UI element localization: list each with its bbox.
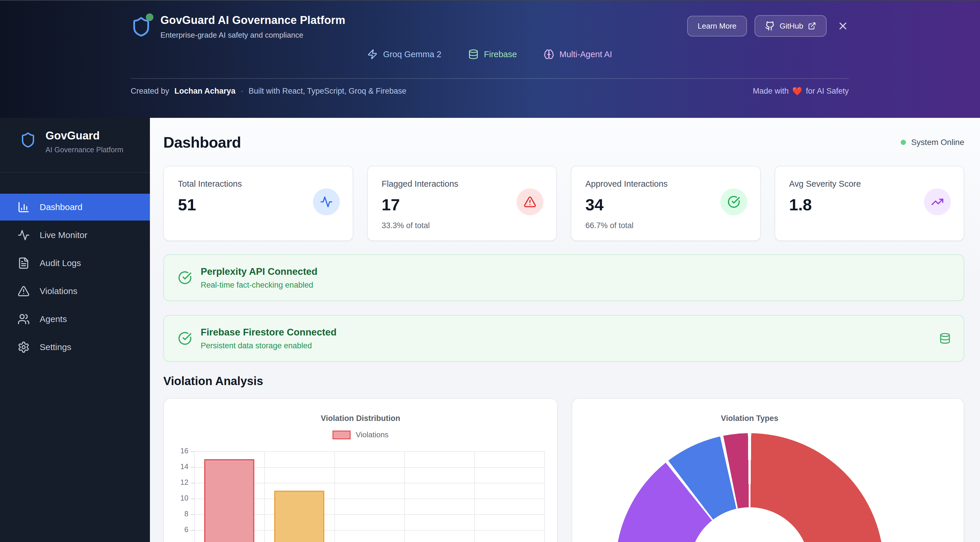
database-icon	[468, 49, 479, 59]
govguard-app: GovGuard AI Governance Platform Enterpri…	[0, 0, 980, 542]
file-text-icon	[18, 257, 30, 269]
tech-badge-multi-agent-ai: Multi-Agent AI	[544, 49, 612, 59]
bar-chart-plot: 1614121086	[194, 451, 544, 542]
stat-label: Total Interactions	[178, 179, 339, 189]
donut-chart-title: Violation Types	[572, 414, 927, 423]
badge-label: Firebase	[484, 49, 517, 59]
credit-separator: ·	[240, 87, 243, 96]
zap-icon	[367, 49, 378, 59]
brain-icon	[544, 49, 554, 59]
made-with-suffix: for AI Safety	[806, 87, 849, 96]
sidebar-brand-subtitle: AI Governance Platform	[46, 145, 123, 154]
settings-icon	[18, 341, 30, 353]
nav-label: Settings	[40, 342, 71, 352]
circle-check-icon	[727, 195, 740, 208]
badge-label: Groq Gemma 2	[383, 49, 441, 59]
github-icon	[765, 21, 775, 31]
banner-brand: GovGuard AI Governance Platform Enterpri…	[130, 14, 345, 40]
trending-up-icon	[931, 195, 944, 208]
activity-icon	[320, 195, 333, 208]
y-axis-tick: 10	[169, 494, 188, 502]
stat-icon-bubble	[313, 188, 340, 215]
sidebar-item-dashboard[interactable]: Dashboard	[0, 194, 150, 220]
heart-icon: ❤️	[792, 86, 802, 96]
database-icon	[939, 333, 951, 344]
stat-label: Flagged Interactions	[382, 179, 542, 189]
stat-card-flagged-interactions: Flagged Interactions1733.3% of total	[367, 166, 557, 241]
nav-label: Live Monitor	[40, 230, 87, 240]
made-with-line: Made with ❤️ for AI Safety	[753, 86, 849, 96]
sidebar-item-agents[interactable]: Agents	[0, 306, 150, 333]
banner-title: GovGuard AI Governance Platform	[161, 14, 345, 27]
banner-title: Perplexity API Connected	[200, 266, 317, 277]
activity-icon	[18, 229, 30, 241]
close-icon[interactable]	[837, 20, 849, 32]
y-axis-tick: 12	[169, 478, 188, 486]
stat-sublabel: 66.7% of total	[585, 221, 746, 230]
credit-line: Created by Lochan Acharya · Built with R…	[130, 87, 406, 96]
banner-subtitle: Persistent data storage enabled	[200, 341, 337, 350]
section-title: Violation Analysis	[163, 375, 964, 388]
y-axis-tick: 16	[169, 446, 188, 455]
tech-badges: Groq Gemma 2FirebaseMulti-Agent AI	[130, 49, 849, 59]
bar-1	[204, 459, 255, 542]
stat-card-avg-severity-score: Avg Severity Score1.8	[775, 166, 964, 241]
shield-icon	[20, 131, 36, 149]
chart-column-icon	[18, 201, 30, 213]
sidebar-item-violations[interactable]: Violations	[0, 278, 150, 304]
learn-more-button[interactable]: Learn More	[687, 16, 747, 37]
connection-banner-perplexity-api-connected: Perplexity API ConnectedReal-time fact-c…	[163, 254, 964, 301]
stat-icon-bubble	[924, 188, 951, 215]
github-label: GitHub	[780, 22, 803, 30]
sidebar-nav: DashboardLive MonitorAudit LogsViolation…	[0, 194, 150, 360]
banner-subtitle: Enterprise-grade AI safety and complianc…	[161, 30, 345, 40]
violation-types-chart: Violation Types	[572, 398, 964, 542]
violation-distribution-chart: Violation Distribution Violations 161412…	[163, 398, 558, 542]
status-dot-icon	[146, 13, 153, 21]
sidebar: GovGuard AI Governance Platform Dashboar…	[0, 118, 150, 542]
triangle-alert-icon	[18, 285, 30, 297]
banner-divider	[130, 78, 849, 79]
banner-title: Firebase Firestore Connected	[200, 327, 337, 338]
external-link-icon	[808, 22, 816, 30]
circle-check-icon	[178, 271, 192, 285]
nav-label: Dashboard	[40, 202, 83, 212]
stat-cards-row: Total Interactions51Flagged Interactions…	[163, 166, 964, 241]
sidebar-item-audit-logs[interactable]: Audit Logs	[0, 250, 150, 277]
status-label: System Online	[911, 138, 964, 147]
stat-sublabel: 33.3% of total	[382, 221, 542, 230]
nav-label: Audit Logs	[40, 258, 81, 268]
promo-banner: GovGuard AI Governance Platform Enterpri…	[0, 0, 980, 118]
tech-badge-firebase: Firebase	[468, 49, 517, 59]
system-status-badge: System Online	[900, 138, 964, 147]
legend-swatch	[332, 430, 351, 439]
nav-label: Violations	[40, 286, 78, 296]
stat-icon-bubble	[721, 188, 747, 215]
github-button[interactable]: GitHub	[754, 15, 827, 37]
circle-check-icon	[178, 332, 192, 345]
nav-label: Agents	[40, 314, 67, 324]
legend-label: Violations	[356, 430, 388, 439]
bar-2	[274, 491, 325, 542]
stat-card-total-interactions: Total Interactions51	[163, 166, 353, 241]
bar-chart-title: Violation Distribution	[164, 414, 557, 423]
sidebar-item-settings[interactable]: Settings	[0, 334, 150, 360]
tech-badge-groq-gemma-2: Groq Gemma 2	[367, 49, 441, 59]
y-axis-tick: 6	[169, 525, 188, 534]
credit-stack: Built with React, TypeScript, Groq & Fir…	[248, 87, 406, 96]
sidebar-item-live-monitor[interactable]: Live Monitor	[0, 222, 150, 249]
triangle-alert-icon	[523, 195, 536, 208]
users-icon	[18, 313, 30, 325]
connection-banners: Perplexity API ConnectedReal-time fact-c…	[163, 254, 964, 362]
stat-icon-bubble	[517, 188, 543, 215]
page-title: Dashboard	[163, 134, 241, 151]
stat-label: Approved Interactions	[585, 179, 746, 189]
doughnut-graphic	[616, 433, 884, 542]
connection-banner-firebase-firestore-connected: Firebase Firestore ConnectedPersistent d…	[163, 315, 964, 362]
sidebar-brand-title: GovGuard	[46, 129, 123, 142]
badge-label: Multi-Agent AI	[559, 49, 612, 59]
made-with-prefix: Made with	[753, 87, 789, 96]
shield-logo-icon	[130, 15, 152, 38]
stat-label: Avg Severity Score	[789, 179, 950, 189]
stat-card-approved-interactions: Approved Interactions3466.7% of total	[571, 166, 760, 241]
